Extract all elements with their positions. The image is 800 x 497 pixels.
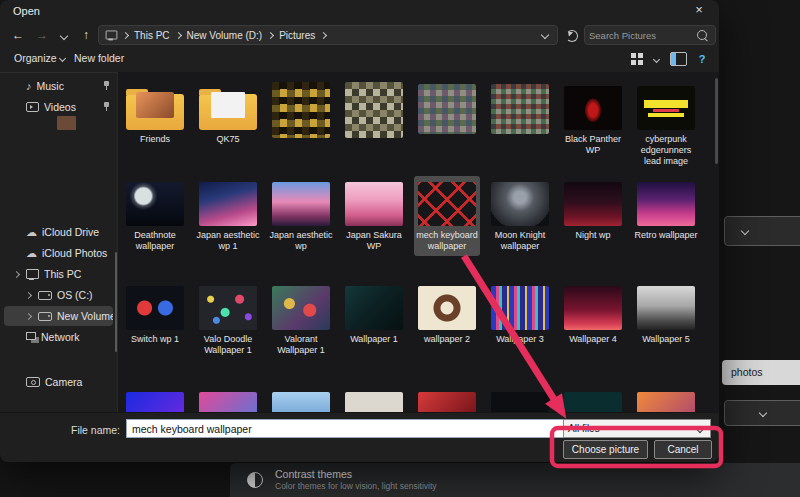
file-thumbnail (272, 392, 330, 412)
file-item-moon-knight[interactable]: Moon Knight wallpaper (487, 176, 553, 256)
file-item-black-panther[interactable]: Black Panther WP (560, 80, 626, 170)
file-item-japan-aesthetic-1[interactable]: Japan aesthetic wp 1 (195, 176, 261, 256)
file-list-scrollbar[interactable] (715, 78, 718, 164)
file-thumbnail (418, 182, 476, 226)
file-label: Wallpaper 5 (634, 334, 698, 345)
file-item-valorant[interactable]: Valorant Wallpaper 1 (268, 280, 334, 360)
sidebar-item-videos[interactable]: Videos (4, 97, 113, 117)
file-label: Black Panther WP (561, 134, 625, 156)
file-type-select[interactable]: All files (563, 419, 711, 438)
preview-pane-icon[interactable] (670, 52, 687, 66)
sidebar-item-this-pc[interactable]: This PC (4, 264, 113, 284)
sidebar-scrollbar[interactable] (115, 252, 117, 352)
expander-icon[interactable] (25, 291, 32, 298)
file-item[interactable] (414, 386, 480, 412)
recent-locations-button[interactable] (54, 26, 74, 44)
file-item-valo-doodle[interactable]: Valo Doodle Wallpaper 1 (195, 280, 261, 360)
organize-label: Organize (14, 52, 57, 64)
file-item-deathnote[interactable]: Deathnote wallpaper (122, 176, 188, 256)
file-name-input[interactable] (126, 419, 566, 438)
cancel-button[interactable]: Cancel (654, 440, 712, 459)
search-box[interactable] (584, 25, 716, 45)
sidebar-item-camera[interactable]: Camera (4, 372, 113, 392)
breadcrumb-new-volume[interactable]: New Volume (D:) (184, 30, 266, 41)
sidebar-item-new-volume-selected[interactable]: New Volume (D (4, 306, 113, 326)
file-item[interactable] (560, 386, 626, 412)
contrast-themes-row[interactable]: Contrast themes Color themes for low vis… (230, 463, 800, 497)
file-label: Japan aesthetic wp (269, 230, 333, 252)
dialog-footer: File name: All files Choose picture Canc… (0, 412, 719, 463)
sidebar-item-os-c[interactable]: OS (C:) (4, 285, 113, 305)
network-icon (26, 332, 36, 340)
address-dropdown-icon[interactable] (541, 31, 549, 39)
file-item-japan-aesthetic[interactable]: Japan aesthetic wp (268, 176, 334, 256)
file-label: Wallpaper 1 (342, 334, 406, 345)
background-dropdown-bottom[interactable] (724, 400, 800, 426)
background-dropdown-top[interactable] (724, 216, 800, 246)
chevron-down-icon (741, 227, 749, 235)
file-item-wallpaper-2[interactable]: wallpaper 2 (414, 280, 480, 360)
breadcrumb-pictures[interactable]: Pictures (276, 30, 318, 41)
search-icon (697, 30, 707, 40)
file-label: Valo Doodle Wallpaper 1 (196, 334, 260, 356)
up-button[interactable] (76, 26, 96, 44)
file-item-mech-keyboard-selected[interactable]: mech keyboard wallpaper (414, 176, 480, 256)
organize-menu[interactable]: Organize (14, 52, 68, 64)
contrast-icon (247, 472, 263, 488)
file-item-night-wp[interactable]: Night wp (560, 176, 626, 256)
refresh-icon[interactable] (566, 30, 578, 42)
file-thumbnail (418, 392, 476, 412)
file-item-switch[interactable]: Switch wp 1 (122, 280, 188, 360)
file-item[interactable] (487, 80, 553, 170)
file-item-friends[interactable]: Friends (122, 80, 188, 170)
file-item[interactable] (268, 80, 334, 170)
forward-button[interactable] (32, 26, 52, 44)
file-item-wallpaper-4[interactable]: Wallpaper 4 (560, 280, 626, 360)
file-item[interactable] (487, 386, 553, 412)
file-item[interactable] (341, 80, 407, 170)
file-item[interactable] (195, 386, 261, 412)
view-options-icon[interactable] (631, 53, 643, 65)
breadcrumb-separator-icon (122, 31, 129, 38)
file-thumbnail (564, 86, 622, 130)
file-item-wallpaper-3[interactable]: Wallpaper 3 (487, 280, 553, 360)
file-item[interactable] (341, 386, 407, 412)
breadcrumb-this-pc[interactable]: This PC (131, 30, 173, 41)
new-folder-button[interactable]: New folder (74, 52, 124, 64)
file-item[interactable] (414, 80, 480, 170)
drive-icon (38, 291, 52, 300)
sidebar-item-music[interactable]: ♪ Music (4, 76, 113, 96)
file-thumbnail (272, 82, 330, 138)
file-item-retro[interactable]: Retro wallpaper (633, 176, 699, 256)
sidebar-item-label: OS (C:) (57, 289, 113, 301)
sidebar-item-icloud-drive[interactable]: ☁ iCloud Drive (4, 222, 113, 242)
address-bar[interactable]: This PC New Volume (D:) Pictures (98, 25, 558, 45)
background-photos-button[interactable]: photos (722, 360, 800, 385)
title-bar: Open (0, 0, 719, 22)
choose-picture-button[interactable]: Choose picture (563, 440, 648, 459)
file-thumbnail (272, 182, 330, 226)
sidebar-item-label: iCloud Drive (42, 226, 113, 238)
expander-icon[interactable] (25, 312, 32, 319)
file-item[interactable] (122, 386, 188, 412)
file-item-wallpaper-5[interactable]: Wallpaper 5 (633, 280, 699, 360)
file-item-japan-sakura[interactable]: Japan Sakura WP (341, 176, 407, 256)
file-item[interactable] (633, 386, 699, 412)
close-icon[interactable] (687, 2, 711, 20)
file-item[interactable] (268, 386, 334, 412)
sidebar-item-network[interactable]: Network (4, 327, 113, 347)
file-item-cyberpunk[interactable]: cyberpunk edgerunners lead image (633, 80, 699, 170)
file-item-qk75[interactable]: QK75 (195, 80, 261, 170)
sidebar-item-icloud-photos[interactable]: ☁ iCloud Photos (4, 243, 113, 263)
sidebar-item-label: Videos (44, 101, 102, 113)
back-button[interactable] (8, 26, 28, 44)
video-icon (26, 102, 39, 112)
expander-icon[interactable] (13, 270, 20, 277)
file-item-wallpaper-1[interactable]: Wallpaper 1 (341, 280, 407, 360)
help-icon[interactable] (695, 52, 709, 66)
chevron-down-icon (59, 54, 66, 61)
folder-icon (126, 94, 184, 130)
search-input[interactable] (585, 30, 697, 41)
chevron-down-icon[interactable] (653, 55, 660, 62)
file-thumbnail (637, 182, 695, 226)
